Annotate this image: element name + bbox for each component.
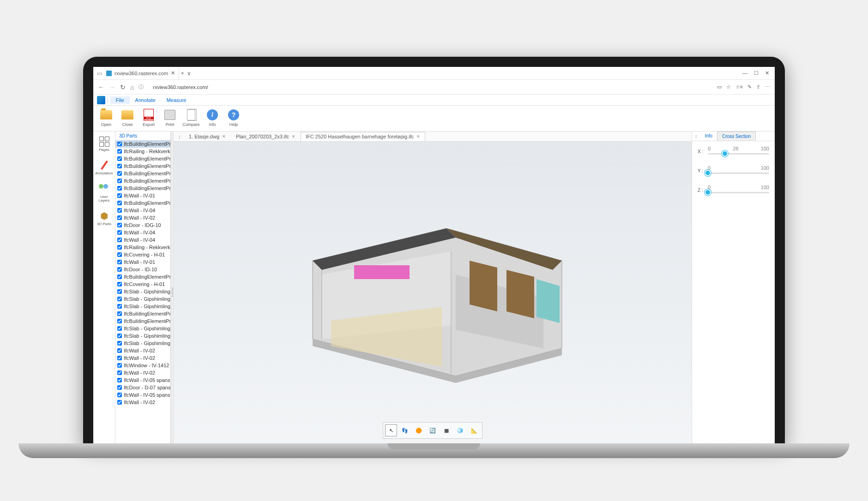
tabs-icon[interactable]: ▭ xyxy=(96,70,102,77)
export-button[interactable]: Export xyxy=(139,107,158,127)
part-checkbox[interactable] xyxy=(117,393,122,397)
part-checkbox[interactable] xyxy=(117,289,122,294)
part-checkbox[interactable] xyxy=(117,215,122,220)
print-button[interactable]: Print xyxy=(161,107,179,127)
back-button[interactable]: ← xyxy=(98,84,104,91)
tab-close-icon[interactable]: ✕ xyxy=(292,134,295,139)
tab-close-icon[interactable]: ✕ xyxy=(222,134,226,139)
part-checkbox[interactable] xyxy=(117,326,122,331)
tray-select-button[interactable]: ↖ xyxy=(385,424,397,436)
help-button[interactable]: ?Help xyxy=(224,107,243,127)
menu-annotate[interactable]: Annotate xyxy=(130,96,161,104)
settings-icon[interactable]: ⋯ xyxy=(765,84,770,90)
maximize-button[interactable]: ☐ xyxy=(754,70,759,76)
part-row[interactable]: IfcSlab - Gipshimling xyxy=(115,325,170,332)
part-row[interactable]: IfcCovering - H-01 xyxy=(115,280,170,288)
rail-pages[interactable]: Pages xyxy=(93,134,115,154)
part-checkbox[interactable] xyxy=(117,370,122,375)
part-checkbox[interactable] xyxy=(117,260,122,264)
part-row[interactable]: IfcBuildingElementProx... xyxy=(115,140,170,148)
tray-walk-button[interactable]: 👣 xyxy=(399,424,411,436)
reading-view-icon[interactable]: ▭ xyxy=(717,84,722,90)
url-field[interactable]: rxview360.rasterex.com/ xyxy=(148,84,712,90)
part-row[interactable]: IfcWall - IV-05 spanske... xyxy=(115,391,170,399)
sort-right-icon[interactable]: ↕ xyxy=(692,131,700,141)
part-row[interactable]: IfcDoor - D-07 spanskv... xyxy=(115,384,170,391)
part-row[interactable]: IfcDoor - IDG-10 xyxy=(115,221,170,229)
part-checkbox[interactable] xyxy=(117,171,122,176)
right-tab-cross-section[interactable]: Cross Section xyxy=(717,131,756,141)
slider-thumb[interactable] xyxy=(722,150,728,157)
tab-close-icon[interactable]: ✕ xyxy=(171,70,175,76)
part-checkbox[interactable] xyxy=(117,274,122,279)
menu-file[interactable]: File xyxy=(110,96,130,104)
part-row[interactable]: IfcBuildingElementProx... xyxy=(115,162,170,170)
part-row[interactable]: IfcBuildingElementProx... xyxy=(115,310,170,317)
tray-explode-button[interactable]: ▦ xyxy=(440,424,452,436)
part-row[interactable]: IfcRailing - Rekkverk- xyxy=(115,148,170,155)
rail-3d-parts[interactable]: ⬢3D Parts xyxy=(93,209,115,228)
part-row[interactable]: IfcWall - IV-02 xyxy=(115,369,170,376)
favorite-icon[interactable]: ☆ xyxy=(726,84,731,90)
part-row[interactable]: IfcCovering - H-01 xyxy=(115,251,170,258)
part-checkbox[interactable] xyxy=(117,179,122,183)
part-checkbox[interactable] xyxy=(117,400,122,405)
part-checkbox[interactable] xyxy=(117,193,122,198)
part-row[interactable]: IfcSlab - Gipshimling xyxy=(115,303,170,310)
part-checkbox[interactable] xyxy=(117,238,122,242)
tab-close-icon[interactable]: ✕ xyxy=(416,134,420,139)
part-checkbox[interactable] xyxy=(117,304,122,309)
part-checkbox[interactable] xyxy=(117,297,122,301)
part-row[interactable]: IfcRailing - Rekkverk- xyxy=(115,244,170,251)
document-tab[interactable]: Plan_20070203_2x3.ifc✕ xyxy=(231,132,301,141)
notes-icon[interactable]: ✎ xyxy=(747,84,752,90)
part-checkbox[interactable] xyxy=(117,252,122,257)
tray-reset-button[interactable]: 🔄 xyxy=(427,424,439,436)
forward-button[interactable]: → xyxy=(109,84,115,91)
part-checkbox[interactable] xyxy=(117,164,122,168)
document-tab[interactable]: IFC 2520 Hasselhaugen barnehage foreløpi… xyxy=(301,132,425,141)
new-tab-button[interactable]: + xyxy=(179,70,186,77)
site-info-icon[interactable]: ⓘ xyxy=(139,84,144,90)
slider-thumb[interactable] xyxy=(705,189,711,196)
part-checkbox[interactable] xyxy=(117,186,122,191)
right-tab-info[interactable]: Info xyxy=(700,131,717,141)
tab-menu-icon[interactable]: ∨ xyxy=(186,70,192,77)
part-checkbox[interactable] xyxy=(117,245,122,250)
part-checkbox[interactable] xyxy=(117,341,122,346)
share-icon[interactable]: ⇪ xyxy=(756,84,760,90)
part-checkbox[interactable] xyxy=(117,149,122,154)
part-row[interactable]: IfcSlab - Gipshimling xyxy=(115,332,170,340)
part-row[interactable]: IfcWall - IV-02 xyxy=(115,354,170,362)
home-button[interactable]: ⌂ xyxy=(130,84,134,91)
tray-transparency-button[interactable]: 🧊 xyxy=(454,424,466,436)
refresh-button[interactable]: ↻ xyxy=(120,84,126,91)
document-tab[interactable]: 1. Etasje.dwg✕ xyxy=(184,132,231,141)
part-row[interactable]: IfcWall - IV-01 xyxy=(115,192,170,199)
part-row[interactable]: IfcBuildingElementProx... xyxy=(115,170,170,177)
part-checkbox[interactable] xyxy=(117,348,122,353)
part-row[interactable]: IfcBuildingElementProx... xyxy=(115,199,170,207)
part-row[interactable]: IfcWindow - IV-1412 In... xyxy=(115,362,170,369)
part-row[interactable]: IfcWall - IV-04 xyxy=(115,236,170,244)
sort-tabs-icon[interactable]: ↕ xyxy=(175,134,184,139)
close-button[interactable]: Close xyxy=(118,107,137,127)
slider-track[interactable]: 0100 xyxy=(708,185,769,196)
slider-thumb[interactable] xyxy=(705,170,711,176)
info-button[interactable]: iInfo xyxy=(203,107,222,127)
3d-canvas[interactable]: ↖👣🟠🔄▦🧊📐 xyxy=(174,142,692,444)
part-checkbox[interactable] xyxy=(117,230,122,235)
part-checkbox[interactable] xyxy=(117,356,122,360)
part-checkbox[interactable] xyxy=(117,142,122,146)
part-row[interactable]: IfcWall - IV-05 spanske... xyxy=(115,376,170,384)
open-button[interactable]: Open xyxy=(97,107,115,127)
close-window-button[interactable]: ✕ xyxy=(765,70,769,76)
rail-annotation[interactable]: Annotation xyxy=(93,158,115,178)
part-checkbox[interactable] xyxy=(117,267,122,272)
part-checkbox[interactable] xyxy=(117,378,122,382)
part-checkbox[interactable] xyxy=(117,282,122,286)
part-checkbox[interactable] xyxy=(117,201,122,205)
part-checkbox[interactable] xyxy=(117,385,122,390)
part-row[interactable]: IfcBuildingElementProx... xyxy=(115,185,170,192)
part-row[interactable]: IfcDoor - ID-10 xyxy=(115,266,170,273)
